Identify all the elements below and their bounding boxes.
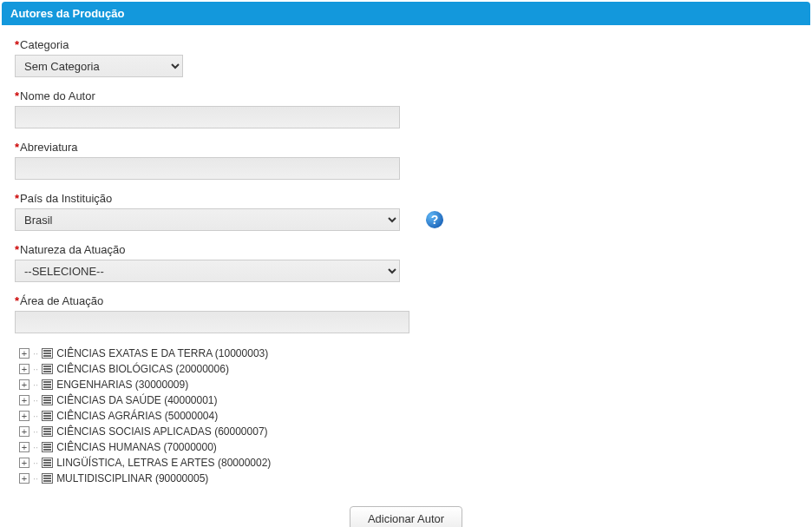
required-marker: * bbox=[15, 89, 19, 102]
tree-connector: ·· bbox=[33, 442, 38, 452]
list-icon bbox=[42, 426, 53, 437]
tree-item[interactable]: +··LINGÜÍSTICA, LETRAS E ARTES (80000002… bbox=[19, 455, 797, 471]
required-marker: * bbox=[15, 141, 19, 154]
tree-connector: ·· bbox=[33, 379, 38, 390]
field-pais-instituicao: *País da Instituição Brasil ? bbox=[15, 192, 797, 231]
field-natureza-atuacao: *Natureza da Atuação --SELECIONE-- bbox=[15, 243, 797, 282]
field-nome-autor: *Nome do Autor bbox=[15, 89, 797, 128]
expand-icon[interactable]: + bbox=[19, 348, 29, 359]
label-pais-instituicao: *País da Instituição bbox=[15, 192, 797, 205]
expand-icon[interactable]: + bbox=[19, 411, 29, 421]
panel-title: Autores da Produção bbox=[2, 2, 810, 25]
tree-item-label: ENGENHARIAS (30000009) bbox=[56, 379, 188, 391]
tree-item[interactable]: +··ENGENHARIAS (30000009) bbox=[19, 377, 797, 392]
tree-item-label: CIÊNCIAS HUMANAS (70000000) bbox=[56, 441, 217, 453]
select-categoria[interactable]: Sem Categoria bbox=[15, 55, 183, 77]
tree-item[interactable]: +··CIÊNCIAS HUMANAS (70000000) bbox=[19, 439, 797, 455]
field-abreviatura: *Abreviatura bbox=[15, 141, 797, 180]
required-marker: * bbox=[15, 38, 19, 51]
expand-icon[interactable]: + bbox=[19, 426, 29, 437]
list-icon bbox=[42, 364, 53, 374]
expand-icon[interactable]: + bbox=[19, 473, 29, 484]
required-marker: * bbox=[15, 192, 19, 205]
label-nome-autor: *Nome do Autor bbox=[15, 89, 797, 102]
tree-item[interactable]: +··CIÊNCIAS SOCIAIS APLICADAS (60000007) bbox=[19, 424, 797, 439]
expand-icon[interactable]: + bbox=[19, 442, 29, 452]
tree-item[interactable]: +··CIÊNCIAS EXATAS E DA TERRA (10000003) bbox=[19, 346, 797, 361]
footer: Adicionar Autor bbox=[2, 504, 810, 527]
required-marker: * bbox=[15, 294, 19, 307]
tree-item[interactable]: +··CIÊNCIAS BIOLÓGICAS (20000006) bbox=[19, 361, 797, 377]
tree-connector: ·· bbox=[33, 364, 38, 374]
label-categoria: *Categoria bbox=[15, 38, 797, 51]
tree-item-label: CIÊNCIAS AGRÁRIAS (50000004) bbox=[56, 410, 218, 422]
field-area-atuacao: *Área de Atuação bbox=[15, 294, 797, 333]
tree-item-label: CIÊNCIAS BIOLÓGICAS (20000006) bbox=[56, 363, 229, 375]
tree-item-label: CIÊNCIAS SOCIAIS APLICADAS (60000007) bbox=[56, 425, 267, 438]
label-natureza-atuacao: *Natureza da Atuação bbox=[15, 243, 797, 256]
label-abreviatura: *Abreviatura bbox=[15, 141, 797, 154]
tree-item[interactable]: +··MULTIDISCIPLINAR (90000005) bbox=[19, 471, 797, 486]
input-nome-autor[interactable] bbox=[15, 106, 400, 128]
expand-icon[interactable]: + bbox=[19, 364, 29, 374]
tree-connector: ·· bbox=[33, 411, 38, 421]
tree-item[interactable]: +··CIÊNCIAS AGRÁRIAS (50000004) bbox=[19, 408, 797, 424]
tree-connector: ·· bbox=[33, 348, 38, 359]
tree-connector: ·· bbox=[33, 473, 38, 484]
tree-item-label: MULTIDISCIPLINAR (90000005) bbox=[56, 472, 208, 484]
field-categoria: *Categoria Sem Categoria bbox=[15, 38, 797, 77]
expand-icon[interactable]: + bbox=[19, 395, 29, 405]
tree-connector: ·· bbox=[33, 458, 38, 468]
select-pais-instituicao[interactable]: Brasil bbox=[15, 208, 400, 231]
input-area-atuacao[interactable] bbox=[15, 311, 409, 333]
required-marker: * bbox=[15, 243, 19, 256]
area-tree: +··CIÊNCIAS EXATAS E DA TERRA (10000003)… bbox=[19, 346, 797, 486]
expand-icon[interactable]: + bbox=[19, 379, 29, 390]
expand-icon[interactable]: + bbox=[19, 458, 29, 468]
tree-connector: ·· bbox=[33, 426, 38, 437]
list-icon bbox=[42, 458, 53, 468]
list-icon bbox=[42, 411, 53, 421]
list-icon bbox=[42, 379, 53, 390]
tree-item[interactable]: +··CIÊNCIAS DA SAÚDE (40000001) bbox=[19, 392, 797, 408]
tree-item-label: CIÊNCIAS DA SAÚDE (40000001) bbox=[56, 394, 217, 406]
add-autor-button[interactable]: Adicionar Autor bbox=[350, 506, 462, 527]
list-icon bbox=[42, 442, 53, 452]
select-natureza-atuacao[interactable]: --SELECIONE-- bbox=[15, 260, 400, 282]
list-icon bbox=[42, 348, 53, 359]
panel-body: *Categoria Sem Categoria *Nome do Autor … bbox=[2, 25, 810, 504]
list-icon bbox=[42, 473, 53, 484]
label-area-atuacao: *Área de Atuação bbox=[15, 294, 797, 307]
list-icon bbox=[42, 395, 53, 405]
tree-item-label: CIÊNCIAS EXATAS E DA TERRA (10000003) bbox=[56, 347, 268, 359]
tree-item-label: LINGÜÍSTICA, LETRAS E ARTES (80000002) bbox=[56, 457, 271, 469]
help-icon[interactable]: ? bbox=[426, 211, 443, 228]
tree-connector: ·· bbox=[33, 395, 38, 405]
input-abreviatura[interactable] bbox=[15, 157, 400, 180]
